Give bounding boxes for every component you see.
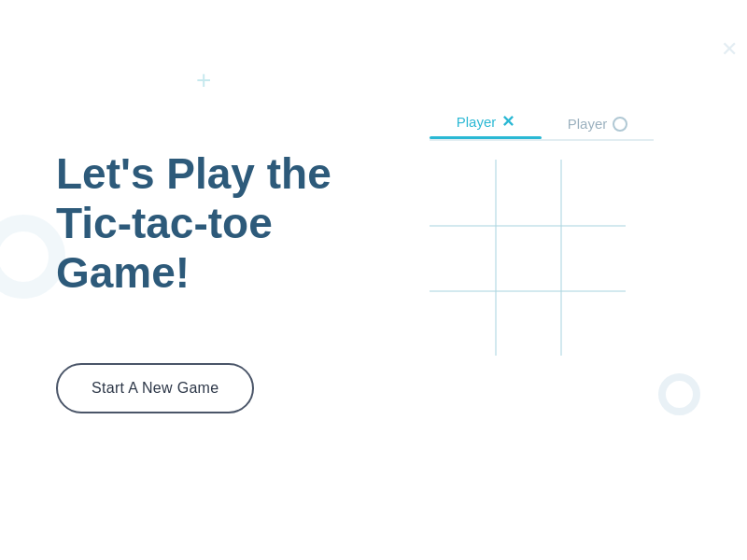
decoration-x-top-right: ✕	[721, 37, 738, 62]
cell-2-0[interactable]	[430, 290, 495, 356]
player-tabs: Player ✕ Player	[430, 112, 654, 139]
tab-divider	[430, 139, 654, 141]
tab-player-x[interactable]: Player ✕	[430, 112, 542, 139]
title-line3: Game!	[56, 248, 190, 297]
title-line2: Tic-tac-toe	[56, 199, 273, 247]
cell-0-2[interactable]	[560, 160, 626, 225]
decoration-circle-right	[658, 373, 700, 415]
cell-2-2[interactable]	[560, 290, 626, 356]
title-line1: Let's Play the	[56, 149, 331, 198]
cell-1-2[interactable]	[560, 225, 626, 290]
cell-2-1[interactable]	[495, 290, 560, 356]
right-panel: Player ✕ Player	[430, 112, 654, 356]
x-symbol: ✕	[501, 112, 514, 132]
ttt-grid	[430, 160, 626, 356]
decoration-plus: +	[196, 65, 211, 95]
game-title: Let's Play the Tic-tac-toe Game!	[56, 149, 331, 298]
o-symbol	[613, 117, 627, 132]
cell-0-0[interactable]	[430, 160, 495, 225]
cell-0-1[interactable]	[495, 160, 560, 225]
tab-player-o[interactable]: Player	[542, 116, 654, 139]
cell-1-0[interactable]	[430, 225, 495, 290]
start-new-game-button[interactable]: Start A New Game	[56, 363, 254, 413]
cell-1-1[interactable]	[495, 225, 560, 290]
game-board	[430, 160, 626, 356]
player-o-label: Player	[568, 116, 608, 132]
left-panel: Let's Play the Tic-tac-toe Game! Start A…	[56, 149, 331, 413]
player-x-label: Player	[457, 114, 497, 130]
